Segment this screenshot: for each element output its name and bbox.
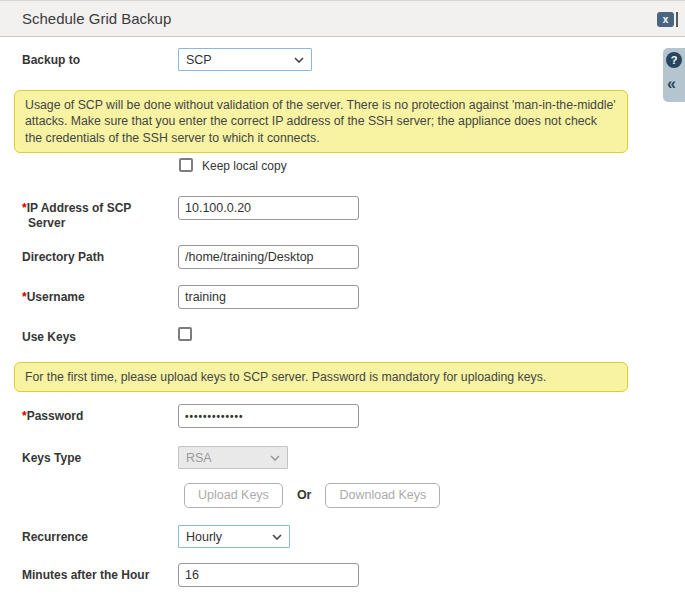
minutes-after-hour-input[interactable] bbox=[178, 563, 359, 587]
use-keys-label: Use Keys bbox=[22, 325, 178, 345]
password-label: *Password bbox=[22, 404, 178, 428]
chevron-down-icon bbox=[294, 57, 304, 63]
backup-to-select[interactable]: SCP bbox=[178, 48, 312, 71]
password-input[interactable] bbox=[178, 404, 359, 428]
titlebar-divider bbox=[676, 12, 678, 27]
keys-buttons-row: Upload Keys Or Download Keys bbox=[184, 483, 440, 508]
keys-warning-message: For the first time, please upload keys t… bbox=[14, 362, 628, 392]
dialog-title: Schedule Grid Backup bbox=[22, 10, 171, 27]
recurrence-selected-value: Hourly bbox=[186, 530, 222, 544]
use-keys-checkbox[interactable] bbox=[178, 327, 192, 341]
directory-path-row: Directory Path bbox=[22, 245, 359, 269]
keep-local-copy-checkbox[interactable] bbox=[179, 158, 193, 172]
password-row: *Password bbox=[22, 404, 359, 428]
keys-type-selected-value: RSA bbox=[186, 451, 212, 465]
backup-to-selected-value: SCP bbox=[186, 53, 212, 67]
chevron-down-icon bbox=[272, 534, 282, 540]
minutes-after-hour-label: Minutes after the Hour bbox=[22, 563, 178, 587]
keys-type-select[interactable]: RSA bbox=[178, 446, 288, 469]
or-label: Or bbox=[297, 483, 312, 502]
username-row: *Username bbox=[22, 285, 359, 309]
recurrence-label: Recurrence bbox=[22, 525, 178, 548]
directory-path-input[interactable] bbox=[178, 245, 359, 269]
chevron-down-icon bbox=[270, 455, 280, 461]
help-icon[interactable]: ? bbox=[666, 52, 682, 68]
use-keys-row: Use Keys bbox=[22, 325, 192, 345]
ip-address-label: *IP Address of SCP Server bbox=[22, 196, 178, 231]
keys-type-row: Keys Type RSA bbox=[22, 446, 288, 469]
username-label: *Username bbox=[22, 285, 178, 309]
schedule-grid-backup-dialog: Schedule Grid Backup x ? « Backup to SCP… bbox=[0, 0, 685, 598]
backup-to-row: Backup to SCP bbox=[22, 48, 312, 71]
dialog-titlebar: Schedule Grid Backup x bbox=[0, 0, 685, 37]
recurrence-select[interactable]: Hourly bbox=[178, 525, 290, 548]
ip-address-row: *IP Address of SCP Server bbox=[22, 196, 359, 231]
close-icon[interactable]: x bbox=[657, 12, 674, 27]
keys-type-label: Keys Type bbox=[22, 446, 178, 469]
keep-local-copy-row: Keep local copy bbox=[179, 158, 287, 173]
username-input[interactable] bbox=[178, 285, 359, 309]
minutes-after-hour-row: Minutes after the Hour bbox=[22, 563, 359, 587]
scp-warning-message: Usage of SCP will be done without valida… bbox=[14, 90, 628, 153]
upload-keys-button[interactable]: Upload Keys bbox=[184, 483, 283, 508]
download-keys-button[interactable]: Download Keys bbox=[325, 483, 440, 508]
recurrence-row: Recurrence Hourly bbox=[22, 525, 290, 548]
collapse-panel-icon[interactable]: « bbox=[667, 74, 676, 94]
backup-to-label: Backup to bbox=[22, 48, 178, 71]
ip-address-input[interactable] bbox=[178, 196, 359, 220]
help-side-panel: ? « bbox=[663, 48, 685, 102]
directory-path-label: Directory Path bbox=[22, 245, 178, 269]
keep-local-copy-label: Keep local copy bbox=[193, 158, 287, 173]
